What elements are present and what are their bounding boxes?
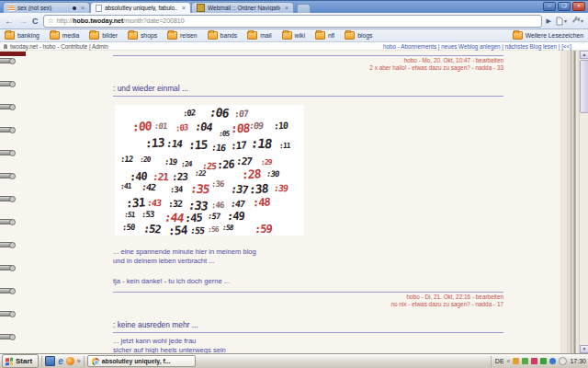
scrollbar-thumb[interactable]	[580, 60, 588, 113]
clock-minute-text: :38	[249, 181, 268, 196]
tray-icon[interactable]	[540, 358, 547, 364]
post-title-link[interactable]: : und wieder einmal ...	[113, 84, 503, 97]
bookmark-folder-bilder[interactable]: bilder	[89, 31, 118, 40]
bookmark-star-icon[interactable]: ☆	[48, 17, 54, 25]
clock-minute-text: :09	[248, 121, 264, 131]
forward-button[interactable]: →	[18, 17, 28, 26]
spiral-ring-icon	[0, 104, 14, 109]
go-button[interactable]: ▶	[547, 17, 551, 26]
blog-page: hobo - Mo, 20. Okt, 10:47 - bearbeiten 2…	[0, 51, 588, 353]
user-icon	[4, 44, 7, 49]
other-bookmarks-button[interactable]: Weitere Lesezeichen	[513, 31, 583, 40]
language-indicator[interactable]: DE	[495, 358, 504, 364]
tab-close-icon[interactable]: ×	[81, 5, 85, 11]
clock-minute-text: :26	[217, 158, 234, 172]
system-tray: DE « 17:30	[491, 356, 586, 367]
post-byline[interactable]: hobo - Mo, 20. Okt, 10:47 - bearbeiten 2…	[113, 55, 503, 71]
clock-minute-text: :27	[235, 155, 253, 168]
folder-icon	[315, 31, 325, 40]
page-icon	[556, 17, 563, 26]
bookmark-folder-bands[interactable]: bands	[208, 31, 238, 40]
clock-minute-text: :05	[219, 130, 230, 138]
tab-active-blog[interactable]: absolutley uniquely, fabulo... ×	[90, 2, 191, 13]
twoday-admin-links[interactable]: twoday.net - hobo - Contribute | Admin	[10, 43, 108, 50]
clock-minute-text: :43	[146, 198, 162, 208]
network-tray-icon[interactable]	[549, 358, 556, 364]
tab-close-icon[interactable]: ×	[285, 5, 288, 11]
post-byline[interactable]: hobo - Di, 21. Okt, 22:16 - bearbeiten n…	[113, 292, 503, 307]
clock[interactable]: 17:30	[570, 358, 586, 364]
blog-nav-links[interactable]: hobo - Abonnements | neues Weblog anlege…	[383, 43, 584, 50]
restore-button[interactable]: ❏	[558, 2, 571, 11]
clock-minute-text: :19	[164, 156, 177, 167]
bookmarks-bar: banking media bilder shops reisen bands …	[0, 29, 588, 42]
tray-icon[interactable]	[522, 358, 528, 364]
clock-minute-text: :30	[266, 168, 279, 178]
internet-explorer-icon[interactable]: e	[58, 357, 63, 365]
clock-minute-text: :52	[142, 222, 162, 236]
spiral-ring-icon	[0, 334, 14, 339]
clock-minutes-image: :02:06:07:00:01:03:04:05:08:09:10:13:14:…	[115, 105, 304, 236]
clock-minute-text: :42	[141, 181, 156, 192]
tab-sex-not-sex[interactable]: sex (not sex) ×	[3, 2, 90, 13]
bookmark-folder-shops[interactable]: shops	[128, 31, 157, 40]
vertical-scrollbar[interactable]: ▲ ▼	[579, 51, 588, 353]
clock-minute-text: :35	[189, 181, 210, 196]
webmail-favicon-icon	[197, 4, 205, 12]
tray-chevron[interactable]: «	[507, 358, 511, 364]
minimize-button[interactable]: –	[543, 2, 556, 11]
bookmark-folder-blogs[interactable]: blogs	[345, 31, 372, 40]
scroll-up-button[interactable]: ▲	[580, 51, 588, 59]
blog-content: hobo - Mo, 20. Okt, 10:47 - bearbeiten 2…	[113, 51, 503, 353]
clock-minute-text: :56	[208, 224, 219, 233]
bookmark-folder-banking[interactable]: banking	[5, 31, 40, 40]
spiral-ring-icon	[0, 150, 14, 155]
window-controls: – ❏ ×	[543, 2, 585, 11]
bookmark-folder-mail[interactable]: mail	[247, 31, 271, 40]
bookmark-folder-wiki[interactable]: wiki	[282, 31, 305, 40]
wrench-menu-button[interactable]: ▾	[571, 17, 583, 25]
show-desktop-icon[interactable]	[45, 356, 55, 366]
back-button[interactable]: ←	[5, 17, 14, 26]
clock-minute-text: :07	[233, 109, 248, 120]
tab-close-icon[interactable]: ×	[182, 5, 186, 11]
folder-icon	[247, 31, 257, 40]
task-button-active[interactable]: absolutley uniquely, f...	[87, 355, 196, 367]
quick-launch-overflow[interactable]: »	[77, 358, 81, 364]
clock-minute-text: :17	[230, 140, 245, 153]
clock-minute-text: :55	[190, 224, 206, 235]
tray-icon[interactable]	[513, 358, 519, 364]
folder-icon	[50, 31, 60, 40]
tray-icon[interactable]	[531, 358, 537, 364]
close-button[interactable]: ×	[572, 2, 585, 11]
clock-minute-text: :31	[126, 196, 145, 211]
clock-minute-text: :41	[120, 182, 131, 190]
firefox-icon[interactable]	[66, 357, 74, 365]
clock-minute-text: :23	[171, 171, 187, 184]
bookmark-folder-nfl[interactable]: nfl	[315, 31, 334, 40]
page-menu-button[interactable]: ▾	[556, 17, 567, 26]
post-title-link[interactable]: : keine ausreden mehr ...	[113, 320, 503, 333]
bookmark-folder-reisen[interactable]: reisen	[167, 31, 198, 40]
clock-minute-text: :08	[230, 121, 250, 136]
clock-minute-text: :10	[274, 121, 288, 132]
start-button[interactable]: Start	[2, 354, 39, 368]
clock-minute-text: :24	[181, 159, 192, 167]
clock-minute-text: :13	[145, 136, 164, 151]
clock-minute-text: :20	[140, 155, 151, 165]
clock-minute-text: :50	[122, 223, 135, 232]
spiral-ring-icon	[0, 311, 14, 316]
address-bar[interactable]: ☆ http://hobo.twoday.net/month?date=2008…	[43, 15, 542, 28]
new-tab-button[interactable]	[297, 4, 311, 13]
reload-button[interactable]: C	[32, 17, 39, 26]
clock-minute-text: :47	[230, 199, 245, 209]
document-favicon-icon	[96, 5, 102, 12]
clock-minute-text: :03	[175, 122, 187, 132]
spiral-ring-icon	[0, 81, 14, 86]
bookmark-folder-media[interactable]: media	[50, 31, 80, 40]
page-corner-banner	[0, 52, 26, 56]
tray-icon[interactable]	[559, 357, 567, 365]
spiral-ring-icon	[0, 58, 14, 63]
tab-webmail[interactable]: Webmail :: Ordner Navigation ×	[191, 2, 294, 13]
scroll-down-button[interactable]: ▼	[580, 345, 588, 353]
